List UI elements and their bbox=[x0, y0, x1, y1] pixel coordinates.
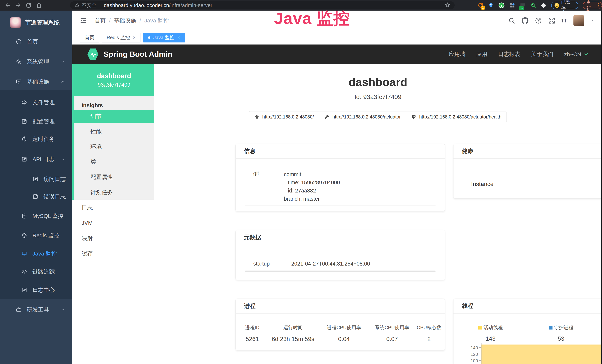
health-url-button[interactable]: http://192.168.0.2:48080/actuator/health bbox=[406, 111, 507, 122]
extension-sync-icon[interactable]: 1 bbox=[477, 2, 484, 9]
metadata-card-title: 元数据 bbox=[244, 234, 261, 241]
window-edge bbox=[601, 11, 602, 364]
sidebar-item-log-center[interactable]: 日志中心 bbox=[0, 281, 72, 299]
sba-sidebar-item-config-props[interactable]: 配置属性 bbox=[74, 171, 154, 183]
close-icon[interactable]: × bbox=[133, 35, 136, 40]
tags-view-bar: 首页 Redis 监控 × Java 监控 × bbox=[72, 31, 602, 44]
uptime-value: 6d 23h 15m 59s bbox=[269, 336, 317, 343]
sba-logo-icon bbox=[87, 48, 99, 60]
sba-sidebar-item-caches[interactable]: 缓存 bbox=[74, 247, 154, 260]
process-card: 进程 进程ID 运行时间 进程CPU使用率 系统CPU使用率 CPU核心数 52… bbox=[236, 299, 445, 351]
sba-nav-about[interactable]: 关于我们 bbox=[531, 50, 553, 58]
sidebar-item-access-logs[interactable]: 访问日志 bbox=[0, 170, 72, 188]
system-cpu-value: 0.07 bbox=[371, 336, 413, 343]
service-url-button[interactable]: http://192.168.0.2:48080/ bbox=[249, 111, 319, 122]
sidebar-item-api-logs[interactable]: API 日志 bbox=[0, 150, 72, 169]
sba-sidebar-item-classes[interactable]: 类 bbox=[74, 155, 154, 168]
sidebar-item-tracing[interactable]: 链路追踪 bbox=[0, 262, 72, 281]
sba-sidebar-item-logs[interactable]: 日志 bbox=[74, 201, 154, 214]
sidebar-item-system[interactable]: 系统管理 bbox=[0, 53, 72, 71]
daemon-threads-value: 53 bbox=[528, 335, 594, 342]
close-icon[interactable]: × bbox=[177, 35, 180, 40]
sba-sidebar-item-metrics[interactable]: 性能 bbox=[74, 125, 154, 138]
update-button[interactable]: 更新 bbox=[583, 2, 602, 9]
sidebar-item-scheduled-jobs[interactable]: 定时任务 bbox=[0, 130, 72, 148]
chevron-up-icon bbox=[60, 157, 65, 162]
reload-icon[interactable] bbox=[23, 1, 34, 10]
cpu-cores-value: 2 bbox=[413, 336, 445, 343]
user-avatar[interactable] bbox=[573, 15, 584, 26]
search-icon[interactable] bbox=[508, 17, 515, 24]
sba-locale-select[interactable]: zh~CN bbox=[564, 51, 589, 57]
sba-nav-applications[interactable]: 应用 bbox=[476, 50, 487, 58]
process-table: 进程ID 运行时间 进程CPU使用率 系统CPU使用率 CPU核心数 5261 … bbox=[236, 317, 445, 343]
collapse-sidebar-icon[interactable] bbox=[80, 17, 87, 24]
sba-sidebar-item-jvm[interactable]: JVM bbox=[74, 216, 154, 229]
extensions-puzzle-icon[interactable] bbox=[541, 2, 547, 9]
log-edit-icon bbox=[21, 156, 27, 162]
actuator-url-button[interactable]: http://192.168.0.2:48080/actuator bbox=[319, 111, 406, 122]
sba-sidebar-item-mappings[interactable]: 映射 bbox=[74, 232, 154, 245]
instance-name: dashboard bbox=[97, 72, 131, 80]
info-card-title: 信息 bbox=[244, 147, 256, 155]
monitor-chart-icon bbox=[16, 79, 22, 85]
sidebar-item-config-management[interactable]: 配置管理 bbox=[0, 112, 72, 131]
sidebar-item-infrastructure[interactable]: 基础设施 bbox=[0, 73, 72, 91]
sidebar-item-java-monitor[interactable]: Java 监控 bbox=[0, 244, 72, 263]
extension-green-circle-icon[interactable] bbox=[498, 2, 505, 9]
breadcrumb-current: Java 监控 bbox=[144, 17, 169, 24]
page-title: dashboard bbox=[154, 75, 602, 89]
sba-nav-journal[interactable]: 日志报表 bbox=[498, 50, 520, 58]
sidebar-item-file-management[interactable]: 文件管理 bbox=[0, 93, 72, 112]
sidebar-item-error-logs[interactable]: 错误日志 bbox=[0, 187, 72, 206]
extension-grid-icon[interactable] bbox=[509, 2, 515, 9]
sidebar-item-home[interactable]: 首页 bbox=[0, 32, 72, 51]
row-divider bbox=[245, 205, 436, 205]
table-scrollbar[interactable] bbox=[245, 270, 436, 272]
sba-sidebar-item-environment[interactable]: 环境 bbox=[74, 140, 154, 153]
extension-search-icon[interactable] bbox=[530, 2, 536, 9]
instance-sidebar-header[interactable]: dashboard 93a3fc7f7409 bbox=[74, 64, 154, 96]
home-icon bbox=[254, 114, 259, 119]
database-icon bbox=[21, 213, 27, 219]
on-badge: on bbox=[519, 6, 524, 10]
url-domain: dashboard.yudao.iocoder.cn bbox=[104, 2, 169, 8]
tab-java-monitor[interactable]: Java 监控 × bbox=[143, 33, 185, 43]
chevron-down-icon bbox=[60, 59, 65, 64]
address-bar[interactable]: 不安全 dashboard.yudao.iocoder.cn /infra/ad… bbox=[70, 1, 455, 9]
paused-badge[interactable]: 已暂停 bbox=[551, 2, 578, 9]
caret-down-icon[interactable] bbox=[591, 18, 595, 23]
github-icon[interactable] bbox=[522, 17, 528, 24]
extension-on-icon[interactable]: on bbox=[520, 2, 526, 9]
help-icon[interactable] bbox=[535, 17, 542, 24]
sba-sidebar-item-details[interactable]: 细节 bbox=[74, 110, 154, 123]
breadcrumb-infrastructure[interactable]: 基础设施 bbox=[114, 17, 136, 24]
y-tick-140: 140 bbox=[467, 345, 478, 351]
sidebar-item-redis-monitor[interactable]: Redis 监控 bbox=[0, 226, 72, 245]
tab-redis-monitor[interactable]: Redis 监控 × bbox=[102, 33, 141, 43]
home-icon[interactable] bbox=[34, 1, 44, 10]
tab-home[interactable]: 首页 bbox=[80, 33, 99, 43]
breadcrumb-home[interactable]: 首页 bbox=[95, 17, 106, 24]
warning-icon bbox=[75, 2, 80, 8]
font-size-icon[interactable]: tT bbox=[562, 17, 567, 24]
forward-icon[interactable] bbox=[13, 1, 23, 10]
log-edit-icon bbox=[32, 176, 38, 182]
sidebar-item-dev-tools[interactable]: 研发工具 bbox=[0, 300, 72, 319]
metadata-card: 元数据 startup 2021-04-27T00:44:31.254+08:0… bbox=[236, 230, 445, 280]
log-edit-icon bbox=[21, 287, 27, 293]
gear-icon bbox=[16, 59, 22, 65]
sba-nav-wallboard[interactable]: 应用墙 bbox=[449, 50, 465, 58]
sba-sidebar-item-scheduled-tasks[interactable]: 计划任务 bbox=[74, 186, 154, 199]
sidebar-item-mysql-monitor[interactable]: MySQL 监控 bbox=[0, 207, 72, 225]
threads-card-title: 线程 bbox=[462, 302, 473, 310]
back-icon[interactable] bbox=[3, 1, 13, 10]
extension-pin-icon[interactable] bbox=[488, 2, 494, 9]
bookmark-star-icon[interactable] bbox=[445, 2, 450, 9]
app-title: 芋道管理系统 bbox=[25, 19, 60, 27]
fullscreen-icon[interactable] bbox=[548, 17, 555, 24]
heartbeat-icon bbox=[411, 114, 416, 119]
cloud-upload-icon bbox=[21, 99, 27, 105]
menu-dots-icon[interactable] bbox=[598, 3, 599, 7]
dashboard-icon bbox=[16, 39, 22, 45]
